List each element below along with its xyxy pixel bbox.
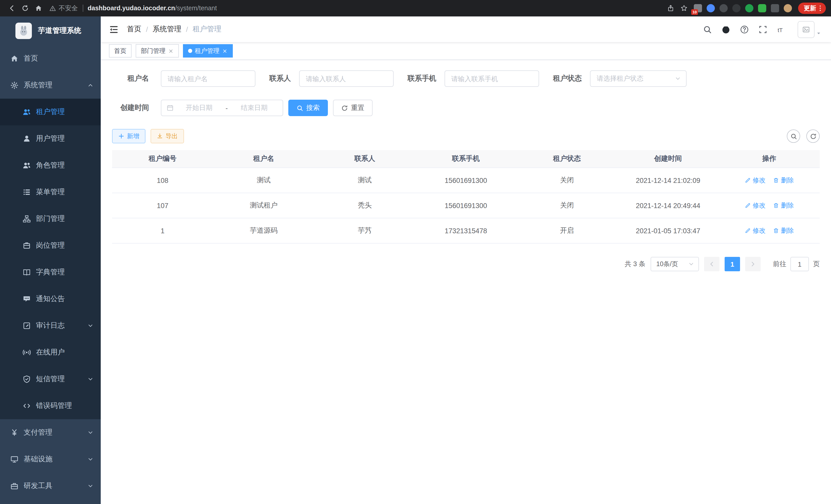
navbar-actions: tT bbox=[703, 21, 821, 38]
sidebar-item-error-code[interactable]: 错误码管理 bbox=[0, 392, 101, 419]
sidebar: 芋道管理系统 首页系统管理租户管理用户管理角色管理菜单管理部门管理岗位管理字典管… bbox=[0, 17, 101, 504]
filter-contact-person-input[interactable] bbox=[299, 70, 394, 87]
browser-toolbar: 不安全 dashboard.yudao.iocoder.cn/system/te… bbox=[0, 0, 831, 17]
chevron-left-icon bbox=[709, 261, 715, 267]
sidebar-item-pay[interactable]: 支付管理 bbox=[0, 419, 101, 446]
cell-id: 107 bbox=[112, 202, 213, 209]
delete-icon bbox=[773, 177, 779, 183]
delete-link[interactable]: 删除 bbox=[773, 176, 794, 185]
extension-icon[interactable] bbox=[732, 4, 741, 12]
breadcrumb-item[interactable]: 系统管理 bbox=[153, 25, 181, 34]
edit-link[interactable]: 修改 bbox=[744, 201, 766, 210]
user-avatar[interactable] bbox=[798, 21, 814, 38]
sidebar-item-home[interactable]: 首页 bbox=[0, 45, 101, 72]
extension-icon[interactable] bbox=[758, 4, 766, 12]
sidebar-item-user[interactable]: 用户管理 bbox=[0, 125, 101, 152]
users-icon bbox=[23, 108, 31, 116]
extension-icon[interactable] bbox=[745, 4, 753, 12]
cell-actions: 修改删除 bbox=[719, 226, 820, 235]
reset-button[interactable]: 重置 bbox=[333, 100, 373, 116]
sidebar-item-notice[interactable]: 通知公告 bbox=[0, 286, 101, 313]
browser-home-button[interactable] bbox=[32, 2, 45, 15]
svg-text:tT: tT bbox=[778, 27, 783, 33]
edit-link[interactable]: 修改 bbox=[744, 226, 766, 235]
extension-icon[interactable] bbox=[719, 4, 728, 12]
toggle-search-button[interactable] bbox=[787, 129, 800, 143]
sidebar-toggle-button[interactable] bbox=[109, 24, 119, 34]
cell-status: 开启 bbox=[516, 226, 618, 235]
filter-tenant-status-select[interactable]: 请选择租户状态 bbox=[590, 70, 687, 87]
table-row: 108测试测试15601691300关闭2021-12-14 21:02:09修… bbox=[112, 168, 820, 193]
edit-link[interactable]: 修改 bbox=[744, 176, 766, 185]
sidebar-item-menu[interactable]: 菜单管理 bbox=[0, 179, 101, 206]
sidebar-item-dept[interactable]: 部门管理 bbox=[0, 206, 101, 232]
bubble-icon bbox=[23, 295, 31, 303]
browser-back-button[interactable] bbox=[5, 2, 19, 15]
sidebar-item-dev-tool[interactable]: 研发工具 bbox=[0, 473, 101, 499]
sidebar-item-label: 基础设施 bbox=[24, 455, 52, 464]
refresh-table-button[interactable] bbox=[806, 129, 820, 143]
delete-link[interactable]: 删除 bbox=[773, 226, 794, 235]
column-header: 联系手机 bbox=[415, 154, 516, 164]
font-size-icon[interactable]: tT bbox=[777, 25, 786, 34]
fullscreen-icon[interactable] bbox=[758, 25, 767, 34]
sidebar-item-online-user[interactable]: 在线用户 bbox=[0, 339, 101, 366]
export-button[interactable]: 导出 bbox=[150, 129, 184, 143]
sidebar-item-system[interactable]: 系统管理 bbox=[0, 72, 101, 99]
browser-reload-button[interactable] bbox=[19, 2, 32, 15]
page-number-button[interactable]: 1 bbox=[725, 257, 740, 271]
sidebar-item-role[interactable]: 角色管理 bbox=[0, 152, 101, 179]
goto-page-input[interactable] bbox=[791, 257, 809, 271]
filter-contact-mobile-input[interactable] bbox=[445, 70, 539, 87]
cell-phone: 17321315478 bbox=[415, 227, 516, 235]
select-placeholder: 请选择租户状态 bbox=[597, 74, 643, 83]
tabs-bar: 首页部门管理租户管理 bbox=[101, 42, 831, 60]
sidebar-item-label: 通知公告 bbox=[36, 294, 65, 304]
page-size-select[interactable]: 10条/页 bbox=[651, 257, 699, 271]
close-icon[interactable] bbox=[168, 48, 174, 54]
address-bar[interactable]: 不安全 dashboard.yudao.iocoder.cn/system/te… bbox=[49, 4, 664, 12]
url-text: dashboard.yudao.iocoder.cn/system/tenant bbox=[88, 5, 217, 12]
filter-tenant-name-input[interactable] bbox=[161, 70, 255, 87]
delete-link[interactable]: 删除 bbox=[773, 201, 794, 210]
next-page-button[interactable] bbox=[745, 257, 761, 271]
sidebar-item-tenant[interactable]: 租户管理 bbox=[0, 99, 101, 125]
help-icon[interactable] bbox=[740, 25, 749, 34]
update-button[interactable]: 更新 bbox=[798, 3, 826, 14]
close-icon[interactable] bbox=[222, 48, 228, 54]
prev-page-button[interactable] bbox=[704, 257, 719, 271]
user-icon bbox=[23, 135, 31, 143]
extension-icon[interactable] bbox=[784, 4, 792, 12]
chevron-down-icon bbox=[87, 456, 93, 463]
extension-icon[interactable] bbox=[707, 4, 715, 12]
extension-icon[interactable] bbox=[771, 4, 779, 12]
search-icon[interactable] bbox=[703, 25, 712, 34]
avatar-caret-icon bbox=[816, 31, 821, 36]
share-icon[interactable] bbox=[664, 2, 677, 15]
cell-phone: 15601691300 bbox=[415, 202, 516, 209]
search-button[interactable]: 搜索 bbox=[288, 100, 328, 116]
filter-create-time-range[interactable]: 开始日期 - 结束日期 bbox=[161, 100, 283, 116]
sidebar-item-dict[interactable]: 字典管理 bbox=[0, 259, 101, 286]
extension-icon[interactable]: 10 bbox=[694, 4, 702, 12]
sidebar-item-audit-log[interactable]: 审计日志 bbox=[0, 313, 101, 339]
sidebar-item-infra[interactable]: 基础设施 bbox=[0, 446, 101, 473]
add-button-label: 新增 bbox=[127, 132, 139, 141]
calendar-icon bbox=[167, 104, 174, 112]
sidebar-item-post[interactable]: 岗位管理 bbox=[0, 232, 101, 259]
tab-dept[interactable]: 部门管理 bbox=[136, 44, 179, 58]
github-icon[interactable] bbox=[721, 25, 730, 34]
goto-page: 前往 页 bbox=[773, 257, 820, 271]
export-button-label: 导出 bbox=[166, 132, 178, 141]
sidebar-item-label: 角色管理 bbox=[36, 161, 65, 170]
column-header: 操作 bbox=[719, 154, 820, 164]
breadcrumb-item[interactable]: 首页 bbox=[127, 25, 141, 34]
tab-tenant[interactable]: 租户管理 bbox=[183, 44, 233, 58]
download-icon bbox=[157, 133, 163, 139]
add-button[interactable]: 新增 bbox=[112, 129, 145, 143]
sidebar-item-sms[interactable]: 短信管理 bbox=[0, 366, 101, 392]
cell-created: 2021-12-14 21:02:09 bbox=[618, 176, 718, 184]
date-separator: - bbox=[225, 104, 229, 112]
tab-home[interactable]: 首页 bbox=[109, 44, 132, 58]
bookmark-star-icon[interactable] bbox=[677, 2, 691, 15]
